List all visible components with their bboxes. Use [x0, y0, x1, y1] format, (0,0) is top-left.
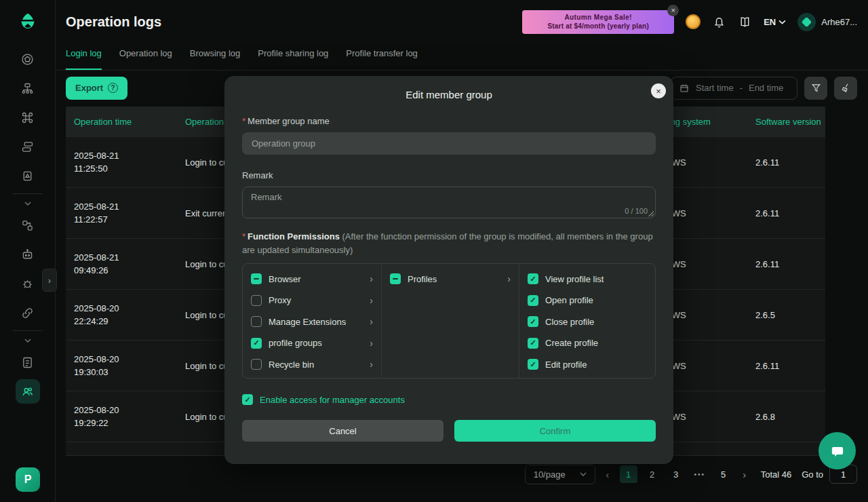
checkbox-icon[interactable]: [390, 273, 401, 284]
page-5-button[interactable]: 5: [715, 465, 732, 483]
perm-item-close-profile[interactable]: Close profile: [519, 311, 655, 332]
avatar: [797, 13, 816, 31]
start-time-placeholder: Start time: [696, 83, 734, 93]
perm-item-open-profile[interactable]: Open profile: [519, 290, 655, 311]
sidebar-item-debug[interactable]: [16, 269, 40, 298]
perm-item-view-profile-list[interactable]: View profile list: [519, 268, 655, 290]
page-size-select[interactable]: 10/page: [525, 465, 595, 484]
sidebar-item-bot[interactable]: [16, 240, 40, 269]
page-2-button[interactable]: 2: [644, 465, 661, 483]
workspace-badge[interactable]: P: [16, 467, 40, 492]
tab-operation-log[interactable]: Operation log: [119, 48, 172, 70]
remark-textarea[interactable]: [243, 187, 655, 218]
topbar-actions: Autumn Mega Sale! Start at $4/month (yea…: [522, 9, 857, 35]
calendar-icon: [679, 83, 690, 94]
sidebar-item-members[interactable]: [16, 379, 40, 404]
perm-item-profiles[interactable]: Profiles ›: [382, 268, 519, 290]
perm-item-browser[interactable]: Browser ›: [243, 268, 381, 290]
sidebar-item-team[interactable]: [16, 74, 40, 103]
sidebar-item-operation-logs[interactable]: [16, 348, 40, 377]
filter-button[interactable]: [804, 77, 827, 100]
end-time-placeholder: End time: [749, 83, 783, 93]
sidebar-item-tasks[interactable]: [16, 132, 40, 161]
sidebar-divider: [13, 330, 43, 331]
tree-column-1: Browser › Proxy › Manage Extensions ›: [243, 264, 382, 378]
notifications-bell-icon[interactable]: [712, 15, 726, 29]
checkbox-icon[interactable]: [242, 394, 253, 405]
checkbox-icon[interactable]: [528, 338, 538, 349]
date-range-picker[interactable]: Start time - End time: [671, 77, 797, 100]
page-3-button[interactable]: 3: [667, 465, 685, 483]
promo-banner[interactable]: Autumn Mega Sale! Start at $4/month (yea…: [522, 10, 674, 34]
checkbox-icon[interactable]: [528, 316, 538, 327]
sidebar-expand-button[interactable]: ›: [42, 269, 57, 292]
promo-line1: Autumn Mega Sale!: [564, 13, 632, 22]
support-chat-button[interactable]: [818, 432, 856, 469]
page-ellipsis[interactable]: •••: [691, 465, 709, 483]
required-asterisk: *: [242, 116, 245, 126]
member-group-name-input[interactable]: [242, 132, 656, 155]
org-chart-icon: [20, 81, 35, 96]
tab-browsing-log[interactable]: Browsing log: [190, 48, 240, 70]
chevron-right-icon: ›: [370, 295, 373, 306]
log-document-icon: [20, 355, 35, 370]
robot-icon: [20, 248, 35, 262]
perm-item-create-profile[interactable]: Create profile: [519, 332, 655, 354]
manager-access-checkbox-row[interactable]: Enable access for manager accounts: [242, 394, 656, 405]
log-tabs: Login log Operation log Browsing log Pro…: [56, 48, 868, 71]
broom-icon: [840, 82, 852, 94]
page-1-button[interactable]: 1: [620, 465, 637, 483]
collapse-up-icon-2[interactable]: [24, 333, 31, 348]
goto-label: Go to: [802, 469, 823, 480]
perm-item-recycle-bin[interactable]: Recycle bin ›: [243, 354, 381, 376]
checkbox-icon[interactable]: [528, 273, 538, 284]
prev-page-button[interactable]: ‹: [601, 469, 614, 480]
member-group-name-label: *Member group name: [242, 116, 656, 126]
sidebar-item-automation[interactable]: [16, 211, 40, 240]
chevron-right-icon: ›: [370, 359, 373, 370]
resize-grip[interactable]: [648, 211, 654, 216]
confirm-button[interactable]: Confirm: [454, 420, 656, 442]
sidebar-item-browser[interactable]: [16, 45, 40, 74]
cancel-button[interactable]: Cancel: [242, 420, 443, 442]
help-question-icon[interactable]: ?: [108, 83, 118, 93]
checkbox-icon[interactable]: [251, 273, 262, 284]
sidebar-item-recycle-bin[interactable]: [16, 161, 40, 191]
collapse-up-icon[interactable]: [24, 196, 31, 211]
perm-item-edit-profile[interactable]: Edit profile: [519, 354, 655, 376]
checkbox-icon[interactable]: [528, 359, 538, 370]
sidebar-item-shortcuts[interactable]: [16, 103, 40, 132]
export-button[interactable]: Export ?: [66, 77, 127, 100]
banner-close-icon[interactable]: ×: [667, 5, 679, 16]
perm-item-manage-extensions[interactable]: Manage Extensions ›: [243, 311, 381, 332]
sidebar: P: [0, 0, 56, 502]
clear-filters-button[interactable]: [834, 77, 857, 100]
checkbox-icon[interactable]: [528, 295, 538, 306]
checkbox-icon[interactable]: [251, 295, 262, 306]
tab-profile-sharing-log[interactable]: Profile sharing log: [258, 48, 328, 70]
modal-close-icon[interactable]: ×: [651, 83, 666, 98]
task-list-icon: [20, 140, 35, 154]
tab-profile-transfer-log[interactable]: Profile transfer log: [346, 48, 418, 70]
col-operation-time[interactable]: Operation time: [74, 117, 185, 127]
col-software-version[interactable]: Software version: [755, 117, 825, 127]
checkbox-icon[interactable]: [251, 338, 262, 349]
next-page-button[interactable]: ›: [738, 469, 751, 480]
promo-line2: Start at $4/month (yearly plan): [547, 22, 649, 31]
checkbox-icon[interactable]: [251, 316, 262, 327]
user-menu[interactable]: Arhe67...: [797, 13, 857, 31]
app-logo-icon[interactable]: [15, 9, 41, 35]
total-count: Total 46: [761, 469, 792, 480]
language-selector[interactable]: EN: [764, 17, 786, 27]
perm-item-profile-groups[interactable]: profile groups ›: [243, 332, 381, 354]
chevron-down-icon: [580, 472, 587, 476]
tree-column-3: View profile list Open profile Close pro…: [519, 264, 655, 378]
tab-login-log[interactable]: Login log: [66, 48, 102, 70]
docs-book-icon[interactable]: [738, 15, 752, 29]
bug-icon: [20, 277, 35, 291]
checkbox-icon[interactable]: [251, 359, 262, 370]
rewards-coin-icon[interactable]: [686, 14, 701, 29]
perm-item-proxy[interactable]: Proxy ›: [243, 290, 381, 311]
permissions-tree: Browser › Proxy › Manage Extensions ›: [242, 263, 656, 379]
sidebar-item-api[interactable]: [16, 298, 40, 328]
